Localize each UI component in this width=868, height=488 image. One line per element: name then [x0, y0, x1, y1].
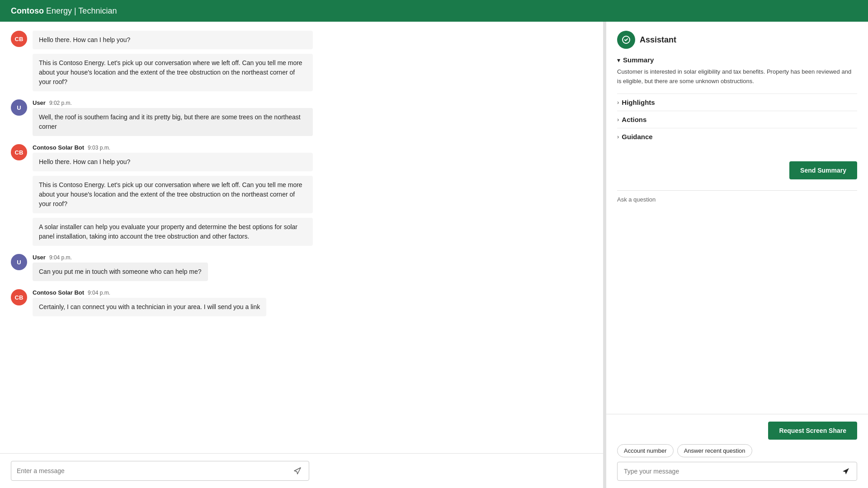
- chat-area: CB Hello there. How can I help you? This…: [0, 22, 603, 488]
- assistant-panel: Assistant ▾ Summary Customer is interest…: [606, 22, 868, 414]
- chevron-right-icon: ›: [617, 99, 619, 106]
- message-bubble: Can you put me in touch with someone who…: [33, 263, 208, 281]
- message-bubbles: Hello there. How can I help you? This is…: [33, 153, 340, 249]
- message-sender: User: [33, 254, 46, 261]
- avatar: CB: [11, 289, 27, 305]
- assistant-title: Assistant: [640, 35, 676, 45]
- message-content: User 9:04 p.m. Can you put me in touch w…: [33, 254, 340, 284]
- message-input[interactable]: [17, 467, 292, 474]
- highlights-section[interactable]: › Highlights: [617, 94, 857, 111]
- message-input-wrapper: [11, 461, 309, 481]
- bottom-action-area: Request Screen Share Account number Answ…: [606, 414, 868, 488]
- main-content: CB Hello there. How can I help you? This…: [0, 22, 868, 488]
- message-bubble: Certainly, I can connect you with a tech…: [33, 298, 266, 316]
- message-content: User 9:02 p.m. Well, the roof is souther…: [33, 99, 340, 139]
- summary-section-title: Summary: [623, 56, 654, 64]
- app-header: Contoso Energy | Technician: [0, 0, 868, 22]
- table-row: CB Hello there. How can I help you? This…: [11, 31, 592, 94]
- table-row: U User 9:02 p.m. Well, the roof is south…: [11, 99, 592, 139]
- message-content: Hello there. How can I help you? This is…: [33, 31, 340, 94]
- chevron-right-icon: ›: [617, 133, 619, 140]
- app-subtitle: Energy | Technician: [44, 6, 117, 15]
- chat-messages: CB Hello there. How can I help you? This…: [0, 22, 603, 453]
- actions-label: Actions: [622, 116, 646, 123]
- request-screen-share-button[interactable]: Request Screen Share: [768, 422, 857, 440]
- send-message-button[interactable]: [292, 465, 303, 477]
- message-time: 9:03 p.m.: [88, 145, 110, 151]
- summary-text: Customer is interested in solar eligibil…: [617, 67, 857, 86]
- message-bubble: Hello there. How can I help you?: [33, 153, 313, 171]
- message-meta: User 9:04 p.m.: [33, 254, 340, 261]
- avatar: U: [11, 254, 27, 270]
- bottom-message-input-wrapper: [617, 462, 857, 481]
- message-bubbles: Hello there. How can I help you? This is…: [33, 31, 340, 94]
- quick-chips: Account number Answer recent question: [617, 444, 857, 457]
- chevron-down-icon: ▾: [617, 56, 620, 64]
- table-row: U User 9:04 p.m. Can you put me in touch…: [11, 254, 592, 284]
- assistant-header: Assistant: [617, 31, 857, 49]
- highlights-label: Highlights: [622, 99, 655, 106]
- message-time: 9:02 p.m.: [49, 100, 72, 106]
- actions-section[interactable]: › Actions: [617, 111, 857, 128]
- message-sender: User: [33, 99, 46, 106]
- bottom-send-button[interactable]: [841, 467, 850, 476]
- message-meta: Contoso Solar Bot 9:04 p.m.: [33, 289, 340, 296]
- chat-input-area: [0, 453, 603, 488]
- ask-question-area: Ask a question: [617, 190, 857, 203]
- message-time: 9:04 p.m.: [49, 254, 72, 261]
- message-meta: User 9:02 p.m.: [33, 99, 340, 106]
- message-bubble: A solar installer can help you evaluate …: [33, 218, 313, 246]
- table-row: CB Contoso Solar Bot 9:04 p.m. Certainly…: [11, 289, 592, 319]
- message-bubble: Hello there. How can I help you?: [33, 31, 313, 49]
- message-time: 9:04 p.m.: [88, 290, 110, 296]
- message-content: Contoso Solar Bot 9:03 p.m. Hello there.…: [33, 144, 340, 249]
- guidance-section[interactable]: › Guidance: [617, 128, 857, 145]
- brand-name: Contoso: [11, 6, 44, 15]
- message-bubble: This is Contoso Energy. Let's pick up ou…: [33, 176, 313, 213]
- assistant-avatar-icon: [617, 31, 635, 49]
- account-number-chip[interactable]: Account number: [617, 444, 674, 457]
- guidance-label: Guidance: [622, 133, 652, 141]
- message-sender: Contoso Solar Bot: [33, 289, 84, 296]
- summary-section: ▾ Summary Customer is interested in sola…: [617, 56, 857, 86]
- right-section: Assistant ▾ Summary Customer is interest…: [606, 22, 868, 488]
- message-sender: Contoso Solar Bot: [33, 144, 84, 151]
- app-title: Contoso Energy | Technician: [11, 6, 117, 16]
- chevron-right-icon: ›: [617, 116, 619, 123]
- send-summary-button[interactable]: Send Summary: [789, 161, 857, 179]
- avatar: U: [11, 99, 27, 116]
- message-content: Contoso Solar Bot 9:04 p.m. Certainly, I…: [33, 289, 340, 319]
- summary-header[interactable]: ▾ Summary: [617, 56, 857, 64]
- ask-question-label: Ask a question: [617, 196, 857, 203]
- avatar: CB: [11, 144, 27, 160]
- answer-recent-question-chip[interactable]: Answer recent question: [677, 444, 752, 457]
- message-bubble: Well, the roof is southern facing and it…: [33, 108, 313, 136]
- bottom-message-input[interactable]: [624, 468, 841, 475]
- message-meta: Contoso Solar Bot 9:03 p.m.: [33, 144, 340, 151]
- table-row: CB Contoso Solar Bot 9:03 p.m. Hello the…: [11, 144, 592, 249]
- message-bubble: This is Contoso Energy. Let's pick up ou…: [33, 54, 313, 91]
- avatar: CB: [11, 31, 27, 47]
